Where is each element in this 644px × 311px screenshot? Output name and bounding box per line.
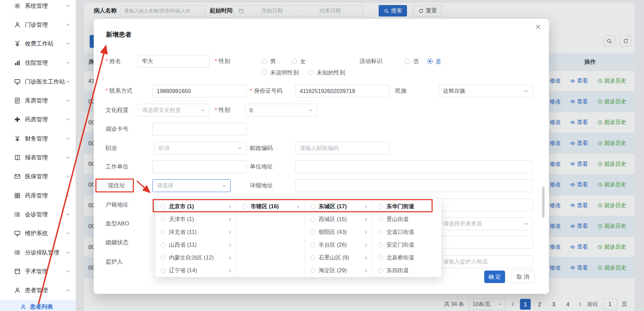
cascader-option[interactable]: 北新桥街道 <box>373 251 441 264</box>
sidebar-item[interactable]: 库房管理 <box>0 91 76 110</box>
chevron-right-icon <box>364 269 368 273</box>
radio-icon <box>311 204 315 209</box>
education-select[interactable]: 请选择文化程度 <box>138 104 209 117</box>
radio-icon <box>378 204 383 209</box>
sidebar-item[interactable]: 医保管理 <box>0 167 76 186</box>
sidebar-item[interactable]: 住院管理 <box>0 53 76 72</box>
sidebar-item[interactable]: 报表管理 <box>0 148 76 167</box>
chevron-down-icon <box>66 155 70 160</box>
add-patient-modal: 新增患者 × 姓名 牢大 性别 男 女 活动标识 否 是 未说明性别 <box>94 19 549 294</box>
guardian-phone-input[interactable]: 请输入监护人电话 <box>439 255 533 268</box>
sidebar-item[interactable]: 财务管理 <box>0 129 76 148</box>
cascader-option[interactable]: 市辖区 (16) <box>237 200 305 213</box>
radio-label: 是 <box>436 58 441 65</box>
radio-icon <box>405 59 410 64</box>
ethnicity-select[interactable]: 达斡尔族 <box>439 85 533 97</box>
sidebar-item[interactable]: 维护系统 <box>0 224 76 243</box>
patient-source-select[interactable]: 请选择患者来源 <box>439 217 533 230</box>
cascader-option[interactable]: 景山街道 <box>373 213 441 226</box>
radio-label: 女 <box>300 58 306 65</box>
active-flag-radio-no[interactable]: 否 <box>405 57 419 65</box>
radio-icon <box>378 230 383 235</box>
marital-right-input[interactable] <box>439 236 533 249</box>
cascader-option[interactable]: 朝阳区 (43) <box>305 226 373 239</box>
cascader-option-label: 河北省 (11) <box>169 228 225 236</box>
cascader-option[interactable]: 天津市 (1) <box>155 213 237 226</box>
gender-code-select[interactable]: 0 <box>245 104 317 117</box>
cascader-option[interactable]: 海淀区 (29) <box>305 264 373 277</box>
user-icon <box>14 287 21 293</box>
radio-icon <box>311 243 315 247</box>
sidebar-item[interactable]: 门诊管理 <box>0 15 76 34</box>
gender-radio-female[interactable]: 女 <box>292 57 306 65</box>
chevron-down-icon <box>66 61 70 65</box>
sidebar-item[interactable]: 会诊管理 <box>0 205 76 224</box>
cascader-option[interactable]: 内蒙古自治区 (12) <box>155 251 237 264</box>
gender-code-value: 0 <box>250 107 253 114</box>
cascader-column: 东华门街道景山街道交道口街道安定门街道北新桥街道东四街道 <box>373 198 441 277</box>
sidebar-item[interactable]: 手术管理 <box>0 262 76 281</box>
education-label: 文化程度 <box>106 104 128 117</box>
radio-icon <box>311 268 315 273</box>
radio-icon <box>161 230 166 235</box>
work-unit-input[interactable] <box>152 160 246 173</box>
occupation-select[interactable]: 职业 <box>154 142 246 155</box>
confirm-button[interactable]: 确 定 <box>484 271 505 283</box>
chart-icon <box>14 60 21 66</box>
name-input[interactable]: 牢大 <box>138 55 209 68</box>
cascader-option-label: 东城区 (17) <box>319 203 361 210</box>
gender-radio-male[interactable]: 男 <box>262 57 276 65</box>
modal-scrollbar[interactable] <box>542 187 545 218</box>
sidebar-item-label: 维护系统 <box>25 229 66 237</box>
detail-address-input[interactable] <box>295 179 533 192</box>
active-flag-radio-yes[interactable]: 是 <box>427 57 441 65</box>
visit-card-input[interactable] <box>152 123 246 135</box>
radio-selected-icon <box>427 59 433 64</box>
cascader-option[interactable]: 东城区 (17) <box>305 200 373 213</box>
gender-radio-unstated[interactable]: 未说明性别 <box>262 68 299 76</box>
cross-icon <box>14 116 21 123</box>
unit-address-input[interactable] <box>295 160 533 173</box>
chevron-right-icon <box>228 205 232 209</box>
cascader-option[interactable]: 石景山区 (9) <box>305 251 373 264</box>
chevron-down-icon <box>66 136 70 141</box>
cascader-option[interactable]: 东四街道 <box>373 264 441 277</box>
chevron-down-icon <box>524 89 528 93</box>
sidebar-item[interactable]: 药房管理 <box>0 110 76 129</box>
contact-input[interactable]: 19880991650 <box>152 85 246 97</box>
cascader-option[interactable]: 东华门街道 <box>373 200 441 213</box>
cascader-option[interactable]: 辽宁省 (14) <box>155 264 237 277</box>
cascader-option[interactable]: 丰台区 (26) <box>305 239 373 251</box>
ethnicity-value: 达斡尔族 <box>443 87 465 95</box>
sidebar-item[interactable]: 系统管理 <box>0 0 76 15</box>
current-address-cascader[interactable]: 请选择 <box>152 179 231 192</box>
id-number-value: 411625192602039719 <box>300 88 355 94</box>
chevron-down-icon <box>66 231 70 236</box>
postal-code-input[interactable]: 请输入邮政编码 <box>295 142 389 155</box>
cascader-option[interactable]: 北京市 (1) <box>155 200 237 213</box>
sidebar-item[interactable]: 分诊排队管理 <box>0 243 76 262</box>
sidebar-item[interactable]: 门诊医生工作站 <box>0 72 76 91</box>
box-icon <box>14 268 21 275</box>
cascader-option[interactable]: 西城区 (15) <box>305 213 373 226</box>
gender-radio-unknown[interactable]: 未知的性别 <box>308 68 345 76</box>
cascader-panel: 北京市 (1)天津市 (1)河北省 (11)山西省 (11)内蒙古自治区 (12… <box>155 198 442 277</box>
cascader-option-label: 北京市 (1) <box>169 203 225 210</box>
cascader-option[interactable]: 安定门街道 <box>373 239 441 251</box>
sidebar-item[interactable]: 药库管理 <box>0 186 76 205</box>
sidebar-item[interactable]: 收费工作站 <box>0 34 76 53</box>
close-icon[interactable]: × <box>535 22 541 32</box>
household-detail-input[interactable] <box>439 198 533 211</box>
cascader-option[interactable]: 山西省 (11) <box>155 239 237 251</box>
cancel-button[interactable]: 取 消 <box>511 271 535 283</box>
sidebar-item[interactable]: 患者管理 <box>0 281 76 300</box>
guardian-label: 监护人 <box>106 255 123 268</box>
unit-address-label: 单位地址 <box>250 160 273 173</box>
cascader-option[interactable]: 河北省 (11) <box>155 226 237 239</box>
sidebar-item-label: 报表管理 <box>25 154 66 161</box>
cascader-option[interactable]: 交道口街道 <box>373 226 441 239</box>
id-number-input[interactable]: 411625192602039719 <box>295 85 389 97</box>
sidebar-item-label: 手术管理 <box>25 268 66 275</box>
sidebar-item-label: 门诊管理 <box>25 21 66 29</box>
sidebar-subitem-patient-list[interactable]: 患者列表 <box>0 300 76 311</box>
